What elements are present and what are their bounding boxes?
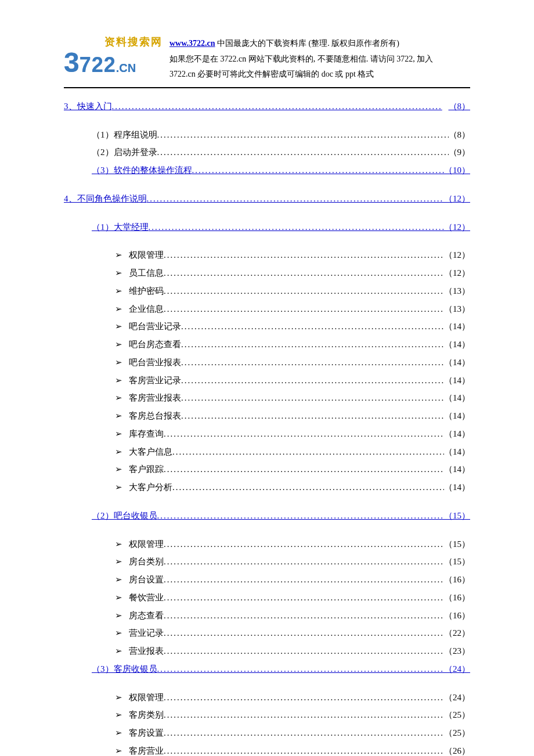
toc-entry: ➢权限管理 （15）: [64, 535, 470, 553]
toc-text: ➢员工信息: [115, 264, 164, 282]
toc-gap: [64, 179, 470, 190]
toc-entry: ➢客房类别 （25）: [64, 706, 470, 724]
toc-entry[interactable]: （3）客房收银员（24）: [64, 660, 470, 678]
toc-entry: ➢客户跟踪 （14）: [64, 460, 470, 478]
toc-page: （8）: [449, 126, 471, 144]
toc-label: 客房类别: [129, 710, 164, 719]
toc-page: （14）: [444, 372, 470, 390]
toc-label: 客房营业记录: [129, 376, 181, 385]
toc-link[interactable]: 4、不同角色操作说明: [64, 190, 147, 208]
toc-page: （26）: [444, 742, 470, 756]
toc-label: 客房营业报表: [129, 393, 181, 402]
toc-link[interactable]: （2）吧台收银员: [92, 507, 157, 525]
logo-part-cn: .CN: [116, 62, 136, 75]
page-header: 资料搜索网 3 722 .CN www.3722.cn 中国最庞大的下载资料库 …: [64, 35, 470, 82]
bullet-icon: ➢: [115, 535, 129, 553]
toc-page: （8）: [449, 98, 471, 116]
bullet-icon: ➢: [115, 589, 129, 607]
toc-link[interactable]: （3）客房收银员: [92, 660, 157, 678]
toc-entry[interactable]: （2）吧台收银员（15）: [64, 507, 470, 525]
toc-entry[interactable]: 4、不同角色操作说明（12）: [64, 190, 470, 208]
toc-page: （16）: [444, 589, 470, 607]
toc-entry: ➢权限管理 （24）: [64, 689, 470, 707]
header-url-link[interactable]: www.3722.cn: [169, 39, 215, 48]
bullet-icon: ➢: [115, 389, 129, 407]
toc-label: 房态查看: [129, 611, 164, 620]
toc-text: ➢权限管理: [115, 246, 164, 264]
toc-leader-dots: [164, 300, 444, 318]
toc-text: ➢企业信息: [115, 300, 164, 318]
toc-page: （14）: [444, 478, 470, 496]
toc-text: ➢库存查询: [115, 425, 164, 443]
toc-label: 营业报表: [129, 646, 164, 656]
toc-leader-dots: [164, 742, 444, 756]
toc-leader-dots: [164, 553, 444, 571]
toc-label: 餐饮营业: [129, 593, 164, 602]
toc-label: 房台类别: [129, 557, 164, 566]
toc-text: （2）启动并登录: [92, 143, 157, 161]
toc-page: （24）: [444, 689, 470, 707]
toc-link[interactable]: （3）软件的整体操作流程: [92, 161, 192, 179]
bullet-icon: ➢: [115, 336, 129, 354]
toc-entry: ➢权限管理 （12）: [64, 246, 470, 264]
toc-entry[interactable]: （1）大堂经理（12）: [64, 218, 470, 236]
bullet-icon: ➢: [115, 443, 129, 461]
toc-leader-dots: [164, 607, 444, 625]
bullet-icon: ➢: [115, 264, 129, 282]
logo-part-3: 3: [64, 49, 80, 77]
toc-entry: （1）程序组说明（8）: [64, 126, 470, 144]
toc-page: （25）: [444, 706, 470, 724]
toc-entry: ➢企业信息 （13）: [64, 300, 470, 318]
toc-leader-dots: [164, 246, 444, 264]
toc-page: （14）: [444, 389, 470, 407]
toc-link[interactable]: （1）大堂经理: [92, 218, 149, 236]
toc-page: （24）: [444, 660, 470, 678]
toc-leader-dots: [164, 724, 444, 742]
toc-page: （16）: [444, 571, 470, 589]
bullet-icon: ➢: [115, 354, 129, 372]
toc-entry: （2）启动并登录（9）: [64, 143, 470, 161]
toc-label: 客房营业: [129, 746, 164, 755]
toc-leader-dots: [164, 571, 444, 589]
toc-link[interactable]: 3、快速入门: [64, 98, 112, 116]
toc-text: ➢吧台房态查看: [115, 336, 181, 354]
toc-page: （14）: [444, 318, 470, 336]
toc-text: ➢房台设置: [115, 571, 164, 589]
toc-entry: ➢吧台营业记录 （14）: [64, 318, 470, 336]
toc-leader-dots: [164, 425, 444, 443]
toc-entry: ➢客房总台报表 （14）: [64, 407, 470, 425]
toc-entry: ➢大客户信息 （14）: [64, 443, 470, 461]
toc-entry: ➢客房营业报表 （14）: [64, 389, 470, 407]
toc-leader-dots: [181, 354, 444, 372]
logo-part-722: 722: [80, 55, 116, 75]
toc-label: 大客户分析: [129, 483, 172, 492]
bullet-icon: ➢: [115, 478, 129, 496]
toc-text: （1）程序组说明: [92, 126, 157, 144]
toc-label: 权限管理: [129, 693, 164, 702]
toc-text: ➢大客户信息: [115, 443, 172, 461]
toc-page: （25）: [444, 724, 470, 742]
bullet-icon: ➢: [115, 742, 129, 756]
toc-page: （12）: [444, 246, 470, 264]
toc-text: ➢客房设置: [115, 724, 164, 742]
toc-entry[interactable]: （3）软件的整体操作流程（10）: [64, 161, 470, 179]
toc-text: ➢吧台营业报表: [115, 354, 181, 372]
toc-page: （14）: [444, 460, 470, 478]
toc-entry[interactable]: 3、快速入门（8）: [64, 98, 470, 116]
logo-main: 3 722 .CN: [64, 49, 166, 77]
toc-page: （10）: [444, 161, 470, 179]
toc-leader-dots: [164, 689, 444, 707]
toc-label: 客户跟踪: [129, 465, 164, 474]
toc-label: 吧台营业记录: [129, 322, 181, 331]
header-line-3: 3722.cn 必要时可将此文件解密成可编辑的 doc 或 ppt 格式: [169, 67, 470, 82]
toc-page: （23）: [444, 642, 470, 660]
toc-leader-dots: [164, 624, 444, 642]
toc-label: 房台设置: [129, 575, 164, 584]
toc-text: ➢权限管理: [115, 689, 164, 707]
toc-entry: ➢餐饮营业 （16）: [64, 589, 470, 607]
toc-leader-dots: [172, 478, 444, 496]
toc-text: ➢吧台营业记录: [115, 318, 181, 336]
toc-label: 权限管理: [129, 539, 164, 549]
toc-label: 客房总台报表: [129, 411, 181, 420]
table-of-contents: 3、快速入门（8）（1）程序组说明（8）（2）启动并登录（9）（3）软件的整体操…: [64, 98, 470, 756]
